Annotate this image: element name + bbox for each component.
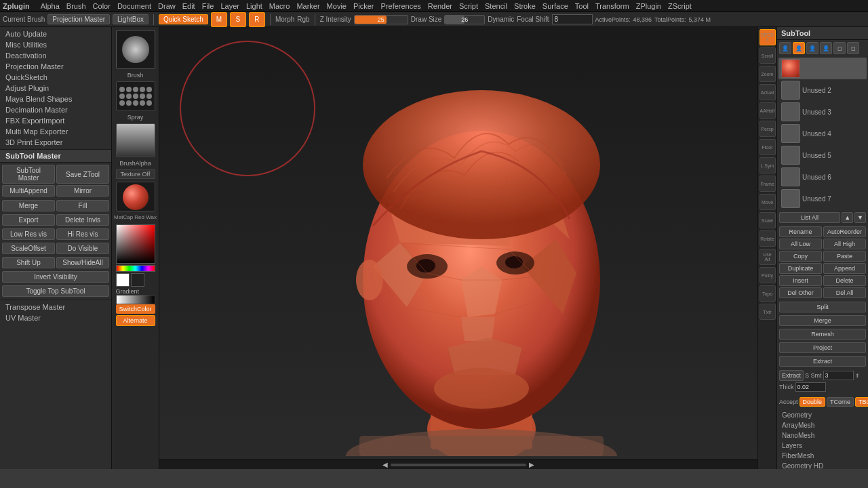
merge-button[interactable]: Merge — [2, 200, 55, 211]
black-swatch[interactable] — [131, 273, 144, 287]
copy-button[interactable]: Copy — [779, 251, 822, 262]
lsym-icon[interactable]: L Sym — [760, 157, 776, 174]
alternate-button[interactable]: Alternate — [116, 315, 155, 326]
auto-reorder-button[interactable]: AutoReorder — [823, 226, 866, 237]
subtool-item-4[interactable]: Unused 5 — [778, 144, 867, 166]
scroll-icon[interactable]: Scroll — [760, 47, 776, 64]
menu-macro[interactable]: Macro — [269, 2, 290, 10]
subtool-item-3[interactable]: Unused 4 — [778, 123, 867, 144]
canvas-area[interactable]: ◀ ▶ — [159, 27, 757, 469]
menu-zscript[interactable]: ZScript — [668, 2, 692, 10]
matcap-preview[interactable] — [116, 182, 155, 211]
subtool-icon-5[interactable]: ◻ — [833, 42, 846, 54]
menu-zplugin[interactable]: ZPlugin — [636, 2, 661, 10]
gradient-bar[interactable] — [116, 295, 155, 304]
menu-document[interactable]: Document — [117, 2, 151, 10]
geo-layers[interactable]: Layers — [779, 441, 866, 451]
timeline-slider[interactable] — [391, 464, 526, 466]
sidebar-item-3d-print-exporter[interactable]: 3D Print Exporter — [0, 137, 111, 148]
menu-marker[interactable]: Marker — [296, 2, 319, 10]
sidebar-item-projection-master[interactable]: Projection Master — [0, 61, 111, 72]
do-visible-button[interactable]: Do Visible — [56, 243, 109, 254]
move-icon[interactable]: M — [211, 12, 227, 27]
nav-right-arrow[interactable]: ▶ — [526, 461, 537, 468]
menu-alpha[interactable]: Alpha — [41, 2, 60, 10]
save-ztool-button[interactable]: Save ZTool — [56, 165, 109, 184]
geo-fibermesh[interactable]: FiberMesh — [779, 451, 866, 461]
menu-picker[interactable]: Picker — [353, 2, 374, 10]
menu-file[interactable]: File — [202, 2, 214, 10]
tcorne-button[interactable]: TCorne — [827, 397, 854, 407]
menu-light[interactable]: Light — [246, 2, 262, 10]
topo-icon[interactable]: Topo — [760, 285, 776, 302]
persp-icon[interactable]: Persp — [760, 121, 776, 137]
all-low-button[interactable]: All Low — [779, 239, 822, 249]
append-button[interactable]: Append — [823, 263, 866, 274]
extract-section-button[interactable]: Extract — [779, 356, 866, 367]
subtool-icon-2[interactable]: 👤 — [793, 42, 805, 54]
menu-color[interactable]: Color — [93, 2, 111, 10]
geo-geometry-hd[interactable]: Geometry HD — [779, 461, 866, 469]
sidebar-item-decimation-master[interactable]: Decimation Master — [0, 104, 111, 115]
sidebar-item-maya-blend-shapes[interactable]: Maya Blend Shapes — [0, 94, 111, 104]
list-all-button[interactable]: List All — [779, 212, 840, 223]
menu-movie[interactable]: Movie — [327, 2, 347, 10]
subtool-item-0[interactable] — [778, 58, 867, 79]
hi-res-vis-button[interactable]: Hi Res vis — [56, 228, 109, 240]
nav-left-arrow[interactable]: ◀ — [380, 461, 391, 468]
scale-strip-icon[interactable]: Scale — [760, 212, 776, 228]
brush-preview[interactable] — [116, 30, 155, 69]
subtool-icon-3[interactable]: 👤 — [806, 42, 818, 54]
insert-button[interactable]: Insert — [779, 275, 822, 286]
switch-color-button[interactable]: SwitchColor — [116, 304, 155, 314]
menu-stroke[interactable]: Stroke — [514, 2, 536, 10]
rename-button[interactable]: Rename — [779, 226, 822, 237]
geo-arraymesh[interactable]: ArrayMesh — [779, 420, 866, 430]
focal-shift-input[interactable] — [552, 14, 593, 24]
subtool-item-6[interactable]: Unused 7 — [778, 188, 867, 209]
texture-off-button[interactable]: Texture Off — [116, 169, 155, 179]
scale-icon[interactable]: S — [230, 12, 246, 27]
subtool-item-5[interactable]: Unused 6 — [778, 166, 867, 188]
project-button[interactable]: Project — [779, 342, 866, 353]
menu-render[interactable]: Render — [428, 2, 452, 10]
show-hide-all-button[interactable]: Show/HideAll — [56, 257, 109, 268]
color-picker[interactable] — [116, 224, 155, 264]
menu-surface[interactable]: Surface — [542, 2, 568, 10]
menu-edit[interactable]: Edit — [182, 2, 195, 10]
quick-sketch-button[interactable]: Quick Sketch — [159, 14, 208, 24]
actual-icon[interactable]: Actual — [760, 84, 776, 100]
white-swatch[interactable] — [116, 273, 130, 287]
menu-preferences[interactable]: Preferences — [381, 2, 421, 10]
delete-invisible-button[interactable]: Delete Invis — [56, 214, 109, 226]
geo-geometry[interactable]: Geometry — [779, 410, 866, 420]
list-up-button[interactable]: ▲ — [842, 212, 853, 223]
usealt-icon[interactable]: Use Alt — [760, 249, 776, 265]
split-button[interactable]: Split — [779, 302, 866, 312]
menu-script[interactable]: Script — [459, 2, 478, 10]
delete-button[interactable]: Delete — [823, 275, 866, 286]
spdx-icon[interactable]: SPDX 3 — [760, 29, 776, 45]
invert-visibility-button[interactable]: Invert Visibility — [2, 271, 109, 283]
paste-button[interactable]: Paste — [823, 251, 866, 262]
aahalf-icon[interactable]: AAHalf — [760, 102, 776, 119]
duplicate-button[interactable]: Duplicate — [779, 263, 822, 274]
sidebar-item-deactivation[interactable]: Deactivation — [0, 50, 111, 61]
mirror-button[interactable]: Mirror — [56, 185, 109, 197]
menu-draw[interactable]: Draw — [158, 2, 176, 10]
menu-layer[interactable]: Layer — [220, 2, 239, 10]
shift-up-button[interactable]: Shift Up — [2, 257, 55, 268]
subtool-icon-6[interactable]: ◻ — [847, 42, 859, 54]
polity-icon[interactable]: Polity — [760, 267, 776, 283]
geo-nanomesh[interactable]: NanoMesh — [779, 430, 866, 441]
sidebar-item-transpose-master[interactable]: Transpose Master — [0, 302, 111, 312]
txtr-icon[interactable]: Txtr — [760, 304, 776, 320]
zoom-icon[interactable]: Zoom — [760, 66, 776, 82]
sidebar-item-multi-map-exporter[interactable]: Multi Map Exporter — [0, 126, 111, 137]
sidebar-item-quicksketch[interactable]: QuickSketch — [0, 72, 111, 83]
multi-append-button[interactable]: MultiAppend — [2, 185, 55, 197]
subtool-item-1[interactable]: Unused 2 — [778, 79, 867, 101]
s-smt-input[interactable] — [823, 371, 854, 380]
sidebar-item-misc-utilities[interactable]: Misc Utilities — [0, 39, 111, 50]
tbord-button[interactable]: TBord — [855, 397, 868, 407]
